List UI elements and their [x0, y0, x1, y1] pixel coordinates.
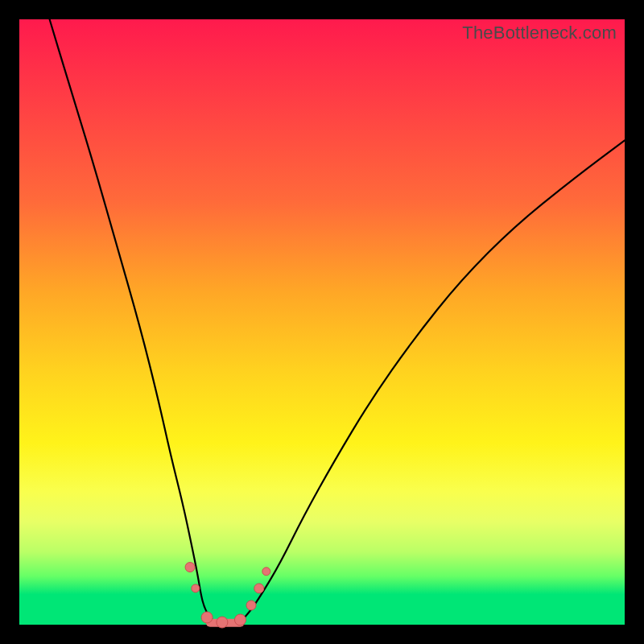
- plot-area: TheBottleneck.com: [19, 19, 625, 625]
- chart-frame: TheBottleneck.com: [0, 0, 644, 644]
- marker-dot: [234, 614, 246, 625]
- marker-group: [185, 563, 270, 628]
- marker-dot: [262, 568, 270, 576]
- marker-dot: [254, 584, 264, 593]
- marker-dot: [201, 612, 213, 623]
- marker-dot: [217, 617, 228, 628]
- curve-left: [50, 19, 220, 625]
- marker-dot: [246, 601, 256, 610]
- chart-svg: [19, 19, 625, 625]
- marker-dot: [185, 563, 195, 572]
- marker-dot: [192, 584, 200, 592]
- curve-right: [237, 140, 625, 625]
